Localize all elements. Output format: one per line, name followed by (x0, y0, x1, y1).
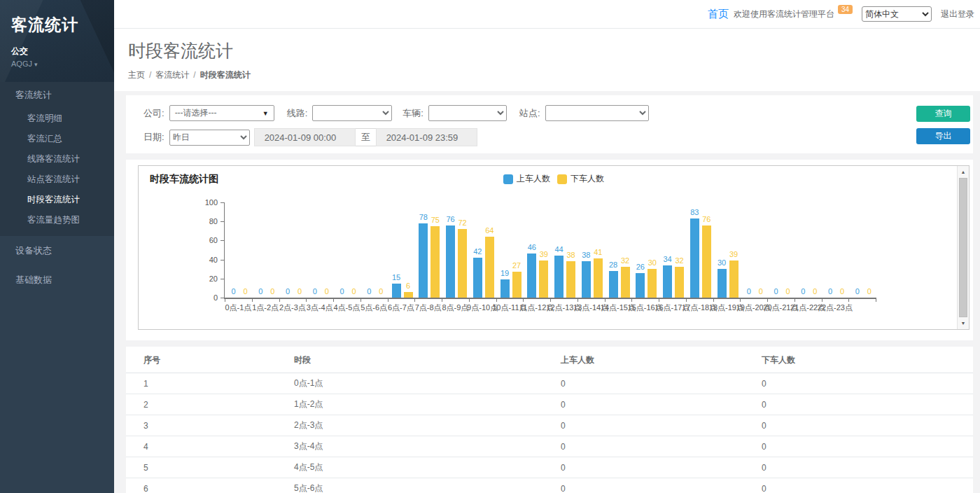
table-cell: 0 (555, 457, 756, 478)
sidebar-item[interactable]: 时段客流统计 (0, 190, 114, 210)
logout-link[interactable]: 退出登录 (941, 8, 974, 20)
breadcrumb-separator: / (193, 70, 195, 80)
x-axis-label: 22点-23点 (808, 303, 862, 313)
sidebar-item[interactable]: 线路客流统计 (0, 149, 114, 169)
y-axis-tick (220, 298, 224, 298)
table-cell: 0 (756, 373, 973, 394)
chart-bar (702, 225, 711, 298)
table-cell: 0 (756, 394, 973, 415)
table-cell: 2点-3点 (288, 415, 555, 436)
date-preset-select[interactable]: 昨日 (169, 130, 250, 146)
table-cell: 0 (555, 415, 756, 436)
chart-bar (554, 256, 564, 298)
x-axis-tick (414, 299, 415, 302)
sidebar-menu: 客流统计客流明细客流汇总线路客流统计站点客流统计时段客流统计客流量趋势图设备状态… (0, 82, 114, 295)
sidebar-item[interactable]: 客流量趋势图 (0, 210, 114, 230)
chart-bar (675, 267, 684, 298)
table-header-cell: 下车人数 (756, 347, 973, 373)
x-axis-tick (605, 299, 606, 302)
bar-value-label: 72 (452, 218, 473, 227)
bar-value-label: 32 (669, 256, 690, 265)
table-body: 10点-1点0021点-2点0032点-3点0043点-4点0054点-5点00… (126, 373, 973, 493)
x-axis-tick (848, 299, 849, 302)
table-header-cell: 上车人数 (555, 347, 756, 373)
table-row: 10点-1点00 (126, 373, 973, 394)
sidebar-section-label[interactable]: 客流统计 (0, 82, 114, 109)
chart-bar (485, 237, 494, 298)
sidebar-logo-area: 客流统计 公交 AQGJ▾ (0, 0, 114, 82)
table-cell: 3 (126, 415, 288, 436)
bar-value-label: 41 (587, 248, 608, 256)
company-select[interactable]: ---请选择--- ▼ (169, 105, 274, 121)
breadcrumb-item[interactable]: 客流统计 (155, 70, 189, 80)
date-start-input[interactable]: 2024-01-09 00:00 (254, 128, 356, 146)
scrollbar-down-arrow-icon[interactable]: ▼ (958, 318, 969, 328)
table-row: 32点-3点00 (126, 415, 973, 436)
line-select[interactable] (312, 105, 392, 121)
bar-value-label: 15 (386, 273, 407, 282)
sidebar-section-label[interactable]: 设备状态 (0, 236, 114, 265)
sidebar-item[interactable]: 站点客流统计 (0, 169, 114, 190)
x-axis-tick (360, 299, 361, 302)
export-button[interactable]: 导出 (916, 128, 970, 144)
date-end-input[interactable]: 2024-01-09 23:59 (376, 128, 477, 146)
chart-scrollbar[interactable]: ▲ ▼ (957, 166, 969, 329)
table-cell: 5点-6点 (288, 478, 555, 493)
x-axis-tick (631, 299, 632, 302)
y-axis-label: 0 (191, 293, 218, 302)
filter-row-1: 公司: ---请选择--- ▼ 线路: 车辆: 站点: (144, 105, 973, 121)
bar-value-label: 64 (479, 226, 500, 235)
org-code-dropdown[interactable]: AQGJ▾ (11, 60, 103, 68)
x-axis-tick (713, 299, 714, 302)
table-header: 序号时段上车人数下车人数 (126, 347, 973, 373)
y-axis-label: 100 (191, 198, 218, 207)
x-axis-tick (225, 299, 225, 302)
chart-bar (729, 261, 738, 298)
bar-value-label: 0 (370, 287, 391, 296)
data-table: 序号时段上车人数下车人数 10点-1点0021点-2点0032点-3点0043点… (126, 347, 973, 493)
notification-badge[interactable]: 34 (838, 5, 853, 14)
table-cell: 0 (756, 415, 973, 436)
language-select[interactable]: 简体中文 (862, 6, 932, 22)
bar-value-label: 39 (723, 250, 744, 258)
table-cell: 1 (126, 373, 288, 394)
page-heading: 时段客流统计 主页/客流统计/时段客流统计 (114, 29, 980, 91)
app-window: 客流统计 公交 AQGJ▾ 客流统计客流明细客流汇总线路客流统计站点客流统计时段… (0, 0, 980, 493)
sidebar-item[interactable]: 客流汇总 (0, 129, 114, 149)
table-row: 65点-6点00 (126, 478, 973, 493)
chart-bar (582, 261, 591, 298)
x-axis-tick (388, 299, 388, 302)
company-select-value: ---请选择--- (175, 107, 217, 119)
chart-bar (473, 258, 482, 298)
home-link[interactable]: 首页 (708, 8, 729, 21)
chart-bar (690, 218, 699, 298)
x-axis-tick (822, 299, 822, 302)
sidebar: 客流统计 公交 AQGJ▾ 客流统计客流明细客流汇总线路客流统计站点客流统计时段… (0, 0, 114, 493)
x-axis-tick (876, 299, 876, 302)
search-button[interactable]: 查询 (916, 106, 970, 122)
sidebar-item[interactable]: 客流明细 (0, 109, 114, 129)
chart-canvas[interactable]: 020406080100000点-1点001点-2点002点-3点003点-4点… (139, 166, 969, 329)
x-axis-tick (659, 299, 659, 302)
breadcrumb-item[interactable]: 主页 (128, 70, 145, 80)
y-axis-label: 60 (191, 236, 218, 244)
table-row: 21点-2点00 (126, 394, 973, 415)
chart-bar (446, 225, 455, 298)
chart-bar (430, 226, 440, 298)
sidebar-section-label[interactable]: 基础数据 (0, 265, 114, 295)
chart-bar (718, 269, 727, 298)
chart-bar (404, 292, 413, 298)
station-select[interactable] (545, 105, 649, 121)
y-axis-label: 40 (191, 256, 218, 264)
chart-bar (621, 267, 630, 298)
date-to-label: 至 (356, 128, 376, 146)
scrollbar-thumb[interactable] (959, 178, 967, 317)
chart-bar (512, 272, 522, 298)
y-axis-tick (220, 279, 224, 279)
vehicle-select[interactable] (428, 105, 507, 121)
table-cell: 5 (126, 457, 288, 478)
page-title: 时段客流统计 (128, 39, 980, 62)
company-label: 公司: (144, 107, 164, 120)
scrollbar-up-arrow-icon[interactable]: ▲ (958, 167, 969, 177)
y-axis-tick (220, 221, 224, 222)
